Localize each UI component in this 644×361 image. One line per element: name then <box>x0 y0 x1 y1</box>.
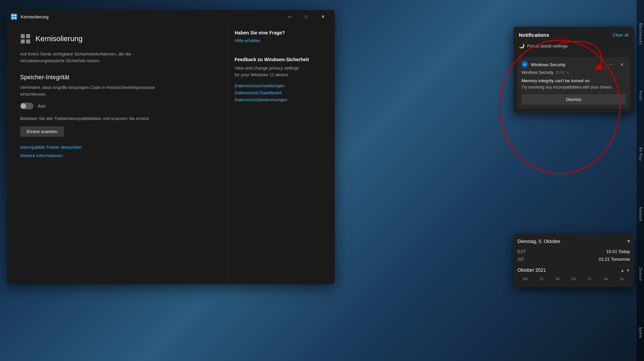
toggle-row: Aus <box>20 103 214 109</box>
side-label-diverse: Diverse <box>639 267 642 281</box>
calendar-nav: ▲ ▼ <box>621 267 630 273</box>
svg-rect-3 <box>14 17 16 19</box>
section-title: Speicher-Integrität <box>20 74 214 81</box>
datenschutz-link-1[interactable]: Datenschutzeinstellungen <box>235 83 328 88</box>
focus-assist-link[interactable]: Focus assist settings <box>527 43 568 48</box>
timezone-label-ist: IST <box>517 257 524 262</box>
notif-message-title: Memory integrity can't be turned on <box>521 78 626 83</box>
calendar-date-title: Dienstag, 5. Oktober <box>517 239 560 244</box>
notif-message-body: Try resolving any incompatibilities with… <box>521 85 626 90</box>
close-button[interactable]: ✕ <box>315 12 331 22</box>
calendar-days-header: Mo Di Mi Do Fr Sa So <box>517 276 630 282</box>
calendar-panel: Dienstag, 5. Oktober ▾ EST 15:51 Today I… <box>513 234 634 287</box>
rescan-note: Beheben Sie alle Treiberinkompatibilität… <box>20 116 214 121</box>
window-title: Kernisolierung <box>21 14 49 19</box>
app-window: Kernisolierung — □ ✕ Kernisolierung <box>7 10 335 284</box>
cal-day-do: Do <box>566 276 582 282</box>
svg-rect-5 <box>26 34 30 38</box>
notif-time: 21:51 <box>555 71 565 75</box>
calendar-prev-button[interactable]: ▲ <box>621 268 625 273</box>
notif-sub-title: Windows Security <box>521 70 553 75</box>
notif-card-header: Windows Security ··· ✕ <box>521 61 626 68</box>
svg-rect-2 <box>12 17 14 19</box>
datenschutz-link-2[interactable]: Datenschutz-Dashboard <box>235 90 328 95</box>
page-header: Kernisolierung <box>20 33 214 44</box>
notification-card: Windows Security ··· ✕ Windows Security … <box>517 57 630 109</box>
cal-day-so: So <box>614 276 630 282</box>
side-label-network: Network <box>639 207 642 222</box>
side-label-av-play: AV Play <box>639 147 642 161</box>
right-section-description: View and change privacy settingsfor your… <box>235 65 328 78</box>
notifications-panel: Notifications Clear all 🌙 Focus assist s… <box>513 27 634 113</box>
right-section-title-1: Haben Sie eine Frage? <box>235 30 328 35</box>
rescan-button[interactable]: Erneut scannen <box>20 126 64 137</box>
cal-day-di: Di <box>534 276 550 282</box>
svg-rect-1 <box>14 14 16 16</box>
datenschutz-link-3[interactable]: Datenschutzbestimmungen <box>235 97 328 102</box>
notif-card-actions: ··· ✕ <box>607 61 626 68</box>
clear-all-button[interactable]: Clear all <box>613 32 629 37</box>
notif-app-name: Windows Security <box>531 62 565 67</box>
side-label-photo: Photo <box>639 91 642 101</box>
page-title: Kernisolierung <box>35 34 83 43</box>
calendar-date-header: Dienstag, 5. Oktober ▾ <box>517 238 630 244</box>
focus-assist-icon: 🌙 <box>519 43 525 48</box>
maximize-button[interactable]: □ <box>299 12 314 22</box>
windows-security-icon <box>521 61 528 68</box>
cal-day-fr: Fr <box>582 276 598 282</box>
timezone-row-ist: IST 01:21 Tomorrow <box>517 255 630 263</box>
memory-integrity-toggle[interactable] <box>20 103 33 109</box>
app-window-icon <box>11 13 17 20</box>
svg-rect-0 <box>12 14 14 16</box>
notif-close-button[interactable]: ✕ <box>618 61 626 68</box>
svg-rect-7 <box>26 39 30 43</box>
side-label-spiele: Spiele <box>639 327 642 338</box>
timezone-row-est: EST 15:51 Today <box>517 248 630 255</box>
notifications-title: Notifications <box>519 32 549 38</box>
notif-header: Notifications Clear all <box>513 27 634 40</box>
link-incompatible-drivers[interactable]: Inkompatible Treiber überprüfen <box>20 145 214 150</box>
help-link[interactable]: Hilfe erhalten <box>235 38 328 43</box>
calendar-month-header: Oktober 2021 ▲ ▼ <box>517 267 630 273</box>
notif-expand-icon[interactable]: ∧ <box>567 71 569 75</box>
divider-1 <box>235 50 328 50</box>
dismiss-button[interactable]: Dismiss <box>521 94 626 105</box>
side-labels-panel: Benchmarks Photo AV Play Network Diverse… <box>637 0 644 361</box>
cal-day-sa: Sa <box>598 276 614 282</box>
main-content: Kernisolierung Auf Ihrem Gerät verfügbar… <box>7 23 228 284</box>
window-controls: — □ ✕ <box>282 12 331 22</box>
notif-more-button[interactable]: ··· <box>607 61 615 68</box>
notif-card-left: Windows Security <box>521 61 565 68</box>
right-panel: Haben Sie eine Frage? Hilfe erhalten Fee… <box>228 23 335 284</box>
link-more-info[interactable]: Weitere Informationen <box>20 153 214 158</box>
section-description: Verhindert, dass Angriffe bösartigen Cod… <box>20 84 214 97</box>
svg-rect-4 <box>21 34 25 38</box>
toggle-label: Aus <box>37 103 46 109</box>
notif-sub-header: Windows Security 21:51 ∧ <box>521 70 626 75</box>
svg-rect-6 <box>21 39 25 43</box>
calendar-month-title: Oktober 2021 <box>517 267 546 273</box>
cal-day-mo: Mo <box>517 276 534 282</box>
page-description: Auf Ihrem Gerät verfügbare Sicherheitsfu… <box>20 51 214 64</box>
calendar-next-button[interactable]: ▼ <box>626 268 630 273</box>
title-bar: Kernisolierung — □ ✕ <box>7 10 335 23</box>
timezone-value-ist: 01:21 Tomorrow <box>599 257 630 262</box>
focus-assist-row[interactable]: 🌙 Focus assist settings <box>513 40 634 53</box>
timezone-label-est: EST <box>517 249 526 254</box>
app-content: Kernisolierung Auf Ihrem Gerät verfügbar… <box>7 23 335 284</box>
side-label-benchmarks: Benchmarks <box>639 23 642 45</box>
calendar-expand-button[interactable]: ▾ <box>627 238 630 244</box>
page-icon <box>20 33 31 44</box>
title-bar-left: Kernisolierung <box>11 13 49 20</box>
minimize-button[interactable]: — <box>282 12 297 22</box>
right-section-title-2: Feedback zu Windows-Sicherheit <box>235 57 328 62</box>
cal-day-mi: Mi <box>550 276 566 282</box>
timezone-value-est: 15:51 Today <box>606 249 630 254</box>
